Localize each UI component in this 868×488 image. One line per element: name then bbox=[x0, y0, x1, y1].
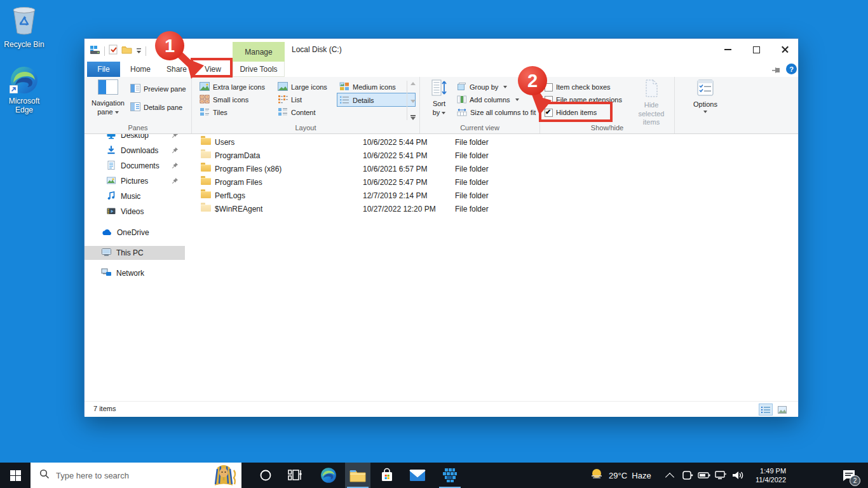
cortana-button[interactable] bbox=[253, 463, 278, 488]
gallery-up-icon[interactable] bbox=[410, 82, 416, 85]
sidebar-label: Pictures bbox=[121, 177, 148, 186]
videos-icon bbox=[106, 206, 116, 218]
file-row-winreagent[interactable]: $WinREAgent 10/27/2022 12:20 PM File fol… bbox=[185, 203, 798, 216]
tab-home[interactable]: Home bbox=[124, 62, 157, 77]
tab-view[interactable]: View bbox=[194, 62, 232, 77]
list-button[interactable]: List bbox=[278, 93, 302, 106]
taskbar-edge-icon[interactable] bbox=[316, 463, 341, 488]
thumbnail-view-toggle[interactable] bbox=[775, 403, 789, 416]
sidebar-item-videos[interactable]: Videos bbox=[85, 205, 185, 219]
search-input[interactable] bbox=[55, 470, 208, 481]
volume-icon[interactable] bbox=[729, 463, 746, 488]
sidebar-item-network[interactable]: Network bbox=[85, 266, 185, 280]
status-bar: 7 items bbox=[85, 401, 798, 417]
file-type: File folder bbox=[455, 165, 489, 173]
taskbar-running-app-icon[interactable] bbox=[437, 463, 463, 488]
tray-app-icon[interactable] bbox=[680, 463, 695, 488]
dropdown-caret bbox=[115, 111, 119, 114]
hidden-items-checkbox[interactable]: Hidden items bbox=[545, 106, 597, 119]
pin-ribbon-icon[interactable] bbox=[772, 65, 782, 77]
sidebar-item-onedrive[interactable]: OneDrive bbox=[85, 226, 185, 240]
sidebar-item-downloads[interactable]: Downloads bbox=[85, 144, 185, 158]
file-type: File folder bbox=[455, 191, 489, 200]
tray-chevron-icon[interactable] bbox=[662, 463, 677, 488]
taskbar-mail-icon[interactable] bbox=[405, 463, 430, 488]
large-icons-button[interactable]: Large icons bbox=[278, 81, 327, 93]
taskbar-search[interactable] bbox=[31, 463, 241, 488]
gallery-down-icon[interactable] bbox=[410, 100, 416, 103]
small-icons-button[interactable]: Small icons bbox=[200, 93, 248, 106]
medium-icons-label: Medium icons bbox=[353, 83, 396, 91]
file-row-program-files[interactable]: Program Files 10/6/2022 5:47 PM File fol… bbox=[185, 176, 798, 189]
this-pc-icon[interactable] bbox=[90, 45, 100, 57]
size-all-columns-button[interactable]: Size all columns to fit bbox=[457, 106, 536, 119]
details-view-toggle[interactable] bbox=[759, 403, 773, 416]
item-check-boxes-checkbox[interactable]: Item check boxes bbox=[545, 81, 611, 93]
details-view-button[interactable]: Details bbox=[339, 94, 374, 107]
sidebar-item-pictures[interactable]: Pictures bbox=[85, 174, 185, 188]
help-button[interactable]: ? bbox=[786, 64, 797, 74]
preview-pane-button[interactable]: Preview pane bbox=[130, 83, 186, 95]
size-columns-icon bbox=[457, 108, 467, 118]
desktop-icon-recycle-bin[interactable]: Recycle Bin bbox=[3, 5, 45, 50]
add-columns-button[interactable]: Add columns bbox=[457, 93, 519, 106]
sidebar-item-music[interactable]: Music bbox=[85, 189, 185, 203]
minimize-button[interactable] bbox=[714, 39, 742, 60]
file-row-perflogs[interactable]: PerfLogs 12/7/2019 2:14 PM File folder bbox=[185, 189, 798, 203]
hide-selected-label: Hide selected bbox=[630, 101, 672, 119]
properties-icon[interactable] bbox=[109, 44, 118, 57]
extra-large-icons-button[interactable]: Extra large icons bbox=[200, 81, 265, 93]
file-type: File folder bbox=[455, 151, 489, 160]
qat-customize-icon[interactable] bbox=[136, 45, 142, 57]
tab-file[interactable]: File bbox=[87, 62, 120, 77]
start-button[interactable] bbox=[0, 463, 31, 488]
desktop-icon-microsoft-edge[interactable]: Microsoft Edge bbox=[3, 65, 45, 115]
sort-by-button[interactable]: Sort by bbox=[426, 79, 452, 117]
file-row-users[interactable]: Users 10/6/2022 5:44 PM File folder bbox=[185, 136, 798, 149]
file-row-program-files-x86[interactable]: Program Files (x86) 10/6/2021 6:57 PM Fi… bbox=[185, 163, 798, 176]
taskbar-file-explorer-icon[interactable] bbox=[345, 463, 370, 488]
preview-pane-icon bbox=[130, 84, 140, 94]
new-folder-icon[interactable] bbox=[121, 45, 132, 57]
hide-selected-items-icon bbox=[644, 79, 659, 100]
dropdown-caret bbox=[442, 112, 445, 114]
file-date: 12/7/2019 2:14 PM bbox=[363, 191, 427, 200]
navigation-pane-label: Navigation bbox=[92, 99, 125, 108]
tiles-button[interactable]: Tiles bbox=[200, 106, 227, 119]
recycle-bin-label: Recycle Bin bbox=[4, 40, 44, 49]
network-icon[interactable] bbox=[713, 463, 728, 488]
battery-icon[interactable] bbox=[696, 463, 712, 488]
medium-icons-button[interactable]: Medium icons bbox=[339, 81, 396, 93]
details-pane-button[interactable]: Details pane bbox=[130, 101, 182, 114]
add-columns-icon bbox=[457, 95, 466, 105]
layout-gallery-scroll[interactable] bbox=[407, 81, 417, 120]
gallery-more-icon[interactable] bbox=[410, 117, 416, 120]
group-label-current-view: Current view bbox=[420, 124, 539, 132]
options-button[interactable]: Options bbox=[685, 79, 726, 113]
content-icon bbox=[278, 107, 288, 118]
tab-share[interactable]: Share bbox=[160, 62, 193, 77]
music-icon bbox=[106, 191, 116, 203]
search-highlight-pharaoh-icon[interactable] bbox=[208, 461, 239, 488]
file-type: File folder bbox=[455, 138, 489, 147]
hide-selected-items-button[interactable]: Hide selected items bbox=[630, 79, 672, 127]
content-button[interactable]: Content bbox=[278, 106, 316, 119]
file-name-extensions-checkbox[interactable]: File name extensions bbox=[545, 93, 622, 106]
group-by-button[interactable]: Group by bbox=[457, 81, 507, 93]
options-icon bbox=[697, 79, 714, 98]
clock[interactable]: 1:49 PM11/4/2022 bbox=[749, 463, 793, 488]
sidebar-item-documents[interactable]: Documents bbox=[85, 159, 185, 173]
sidebar-item-this-pc[interactable]: This PC bbox=[85, 246, 185, 260]
title-bar: Manage Local Disk (C:) bbox=[85, 39, 798, 62]
task-view-button[interactable] bbox=[282, 463, 308, 488]
weather-widget[interactable]: 29°C Haze bbox=[590, 463, 660, 488]
navigation-pane-button[interactable]: Navigation pane bbox=[90, 79, 126, 116]
maximize-button[interactable] bbox=[742, 39, 771, 60]
tab-drive-tools[interactable]: Drive Tools bbox=[233, 62, 285, 77]
sidebar-label: Videos bbox=[121, 207, 144, 216]
close-button[interactable] bbox=[771, 39, 799, 60]
action-center-button[interactable]: 2 bbox=[836, 463, 862, 488]
ribbon-group-current-view: Sort by Group by Add columns Size all co… bbox=[420, 77, 540, 133]
taskbar-store-icon[interactable] bbox=[374, 463, 400, 488]
file-row-programdata[interactable]: ProgramData 10/6/2022 5:41 PM File folde… bbox=[185, 149, 798, 163]
